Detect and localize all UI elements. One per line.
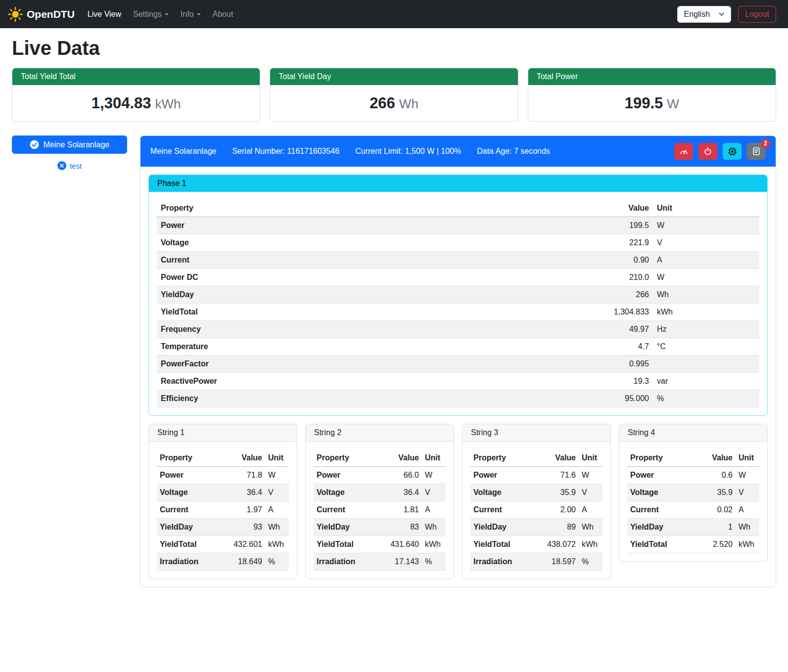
summary-card-body: 266Wh <box>270 85 517 121</box>
summary-card-value: 199.5 <box>625 94 663 112</box>
event-log-button[interactable]: 2 <box>747 143 766 160</box>
nav-item-settings[interactable]: Settings <box>127 6 175 23</box>
tag-label: test <box>70 162 82 170</box>
inverter-select-button[interactable]: Meine Solaranlage <box>12 135 127 154</box>
column-header-unit: Unit <box>265 449 289 467</box>
table-row: Voltage36.4V <box>157 484 289 501</box>
unit-cell: % <box>422 553 446 571</box>
nav-item-info[interactable]: Info <box>175 6 207 23</box>
language-select[interactable]: English <box>677 6 731 23</box>
table-row: Power71.6W <box>470 467 603 484</box>
string-title: String 1 <box>149 424 297 442</box>
value-cell: 66.0 <box>374 467 422 484</box>
column-header-property: Property <box>157 200 454 217</box>
summary-card-unit: W <box>667 96 679 111</box>
column-header-value: Value <box>218 449 265 467</box>
unit-cell: A <box>265 501 289 519</box>
value-cell: 1,304.833 <box>454 304 653 321</box>
property-cell: Current <box>470 501 531 519</box>
string-body: Property Value Unit Power66.0WVoltage36.… <box>306 442 454 579</box>
summary-card-title: Total Yield Day <box>270 68 517 85</box>
table-row: Power199.5W <box>157 217 759 234</box>
summary-card-value: 266 <box>370 94 395 112</box>
column-header-value: Value <box>694 449 736 467</box>
table-row: YieldDay83Wh <box>314 519 446 536</box>
phase-table: Property Value Unit Power199.5WVoltage22… <box>157 200 759 407</box>
unit-cell: Wh <box>422 519 446 536</box>
page-title: Live Data <box>12 37 776 59</box>
unit-cell: W <box>579 467 603 484</box>
unit-cell: Wh <box>265 519 289 536</box>
value-cell: 71.6 <box>531 467 579 484</box>
string-table: Property Value Unit Power71.8WVoltage36.… <box>157 449 289 571</box>
unit-cell: Wh <box>653 286 759 304</box>
device-info-button[interactable] <box>723 143 742 160</box>
value-cell: 221.9 <box>454 234 653 252</box>
navbar: OpenDTU Live View Settings Info About En… <box>0 0 788 28</box>
check-circle-icon <box>30 140 39 149</box>
table-row: Irradiation17.143% <box>314 553 446 571</box>
string-card-4: String 4 Property Value Unit <box>619 424 768 562</box>
table-header-row: Property Value Unit <box>470 449 603 467</box>
property-cell: YieldTotal <box>627 536 694 553</box>
value-cell: 210.0 <box>454 269 653 286</box>
column-header-property: Property <box>627 449 694 467</box>
table-row: Power0.6W <box>627 467 759 484</box>
logout-button[interactable]: Logout <box>738 6 776 23</box>
brand[interactable]: OpenDTU <box>8 7 75 22</box>
table-row: Voltage221.9V <box>157 234 759 252</box>
summary-card-unit: Wh <box>399 96 418 111</box>
property-cell: Efficiency <box>157 390 454 407</box>
value-cell: 432.601 <box>218 536 265 553</box>
string-title: String 2 <box>306 424 454 442</box>
unit-cell: var <box>653 373 759 390</box>
chevron-down-icon <box>719 12 724 16</box>
unit-cell: W <box>653 269 759 286</box>
table-row: YieldDay89Wh <box>470 519 603 536</box>
property-cell: Voltage <box>470 484 531 501</box>
value-cell: 35.9 <box>531 484 579 501</box>
value-cell: 89 <box>531 519 579 536</box>
property-cell: YieldDay <box>157 519 218 536</box>
limit-settings-button[interactable] <box>674 143 693 160</box>
unit-cell: °C <box>653 338 759 356</box>
table-body: Power71.8WVoltage36.4VCurrent1.97AYieldD… <box>157 467 289 571</box>
column-header-property: Property <box>470 449 531 467</box>
property-cell: Power <box>470 467 531 484</box>
string-body: Property Value Unit Power71.8WVoltage36.… <box>149 442 297 579</box>
string-body: Property Value Unit Power0.6WVoltage35.9… <box>619 442 767 561</box>
sun-icon <box>8 7 23 22</box>
navbar-right: English Logout <box>677 6 776 23</box>
x-circle-icon[interactable] <box>57 161 66 170</box>
table-row: PowerFactor0.995 <box>157 356 759 373</box>
property-cell: PowerFactor <box>157 356 454 373</box>
inverter-current-limit: Current Limit: 1,500 W | 100% <box>355 147 461 156</box>
summary-card-unit: kWh <box>155 96 181 111</box>
table-row: Current1.97A <box>157 501 289 519</box>
table-row: Irradiation18.597% <box>470 553 603 571</box>
nav-item-live-view[interactable]: Live View <box>82 6 127 23</box>
table-row: Current0.02A <box>627 501 759 519</box>
table-row: YieldDay1Wh <box>627 519 759 536</box>
string-table: Property Value Unit Power66.0WVoltage36.… <box>314 449 446 571</box>
table-row: Efficiency95.000% <box>157 390 759 407</box>
value-cell: 0.90 <box>454 252 653 269</box>
string-title: String 3 <box>463 424 610 442</box>
table-header-row: Property Value Unit <box>314 449 446 467</box>
table-row: YieldTotal1,304.833kWh <box>157 304 759 321</box>
value-cell: 199.5 <box>454 217 653 234</box>
summary-card-total-yield-day: Total Yield Day 266Wh <box>270 68 518 122</box>
inverter-sidebar: Meine Solaranlage test <box>12 135 127 170</box>
property-cell: YieldTotal <box>157 536 218 553</box>
property-cell: YieldDay <box>470 519 531 536</box>
string-body: Property Value Unit Power71.6WVoltage35.… <box>463 442 610 579</box>
nav-item-about[interactable]: About <box>207 6 239 23</box>
table-body: Power71.6WVoltage35.9VCurrent2.00AYieldD… <box>470 467 603 571</box>
summary-card-value: 1,304.83 <box>92 94 151 112</box>
inverter-name: Meine Solaranlage <box>150 147 216 156</box>
summary-card-body: 199.5W <box>528 85 776 121</box>
string-card-1: String 1 Property Value Unit <box>148 424 297 579</box>
power-toggle-button[interactable] <box>698 143 717 160</box>
unit-cell: Wh <box>579 519 603 536</box>
column-header-value: Value <box>454 200 653 217</box>
